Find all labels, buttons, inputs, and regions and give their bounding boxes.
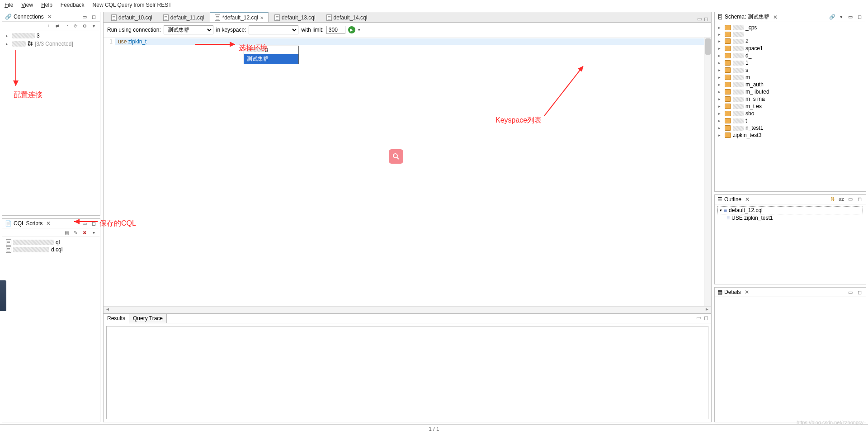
caret-icon[interactable]: ▸ xyxy=(718,25,723,30)
side-handle[interactable] xyxy=(0,280,6,311)
refresh-icon[interactable]: ⟳ xyxy=(72,23,79,29)
schema-keyspace-item[interactable]: ▸sbo xyxy=(717,110,863,117)
edit-script-icon[interactable]: ✎ xyxy=(72,229,79,236)
menu-view[interactable]: View xyxy=(21,2,33,8)
menu-help[interactable]: Help xyxy=(41,2,52,8)
minimize-icon[interactable]: ▭ xyxy=(847,14,854,21)
minimize-icon[interactable]: ▭ xyxy=(696,315,701,322)
schema-keyspace-item[interactable]: ▸n_test1 xyxy=(717,124,863,132)
caret-icon[interactable]: ▸ xyxy=(718,61,723,65)
schema-keyspace-item[interactable]: ▸m_s ma xyxy=(717,95,863,103)
minimize-icon[interactable]: ▭ xyxy=(81,220,88,227)
dropdown-option[interactable]: 3 xyxy=(244,46,298,54)
schema-keyspace-item[interactable]: ▸1 xyxy=(717,59,863,66)
schema-keyspace-item[interactable]: ▸ xyxy=(717,31,863,38)
keyspace-select[interactable] xyxy=(249,25,298,34)
caret-icon[interactable]: ▸ xyxy=(718,111,723,116)
caret-icon[interactable]: ▸ xyxy=(718,90,723,94)
filter-icon[interactable]: ⚙ xyxy=(81,23,88,29)
minimize-icon[interactable]: ▭ xyxy=(847,288,854,296)
caret-icon[interactable]: ▸ xyxy=(718,104,723,109)
maximize-icon[interactable]: ◻ xyxy=(704,16,708,22)
script-item[interactable]: ql xyxy=(5,239,97,246)
caret-icon[interactable]: ▸ xyxy=(718,126,723,130)
caret-icon[interactable]: ▸ xyxy=(718,118,723,123)
menu-file[interactable]: FFileile xyxy=(5,2,13,8)
query-trace-tab[interactable]: Query Trace xyxy=(129,314,167,323)
connect-icon[interactable]: ⇄ xyxy=(54,23,61,29)
menu-icon[interactable]: ▾ xyxy=(90,229,97,236)
floating-search-icon[interactable] xyxy=(389,149,403,164)
editor-tab[interactable]: default_11.cql xyxy=(158,13,209,22)
maximize-icon[interactable]: ◻ xyxy=(704,315,708,322)
outline-root[interactable]: ▾ ≡ default_12.cql xyxy=(717,206,863,214)
delete-script-icon[interactable]: ✖ xyxy=(81,229,88,236)
caret-icon[interactable]: ▸ xyxy=(718,39,723,43)
run-button[interactable]: ▶ xyxy=(348,26,355,33)
dropdown-option-selected[interactable]: 测试集群 xyxy=(244,54,298,64)
maximize-icon[interactable]: ◻ xyxy=(856,14,863,21)
menu-feedback[interactable]: Feedback xyxy=(61,2,85,8)
schema-keyspace-item[interactable]: ▸m_t es xyxy=(717,103,863,110)
close-icon[interactable]: ✕ xyxy=(745,289,749,295)
disconnect-icon[interactable]: ⇀ xyxy=(63,23,70,29)
close-icon[interactable]: ✕ xyxy=(260,15,264,20)
connection-select[interactable]: 测试集群 xyxy=(164,25,213,34)
caret-icon[interactable]: ▸ xyxy=(718,133,723,137)
schema-keyspace-item[interactable]: ▸s xyxy=(717,66,863,74)
schema-keyspace-item[interactable]: ▸space1 xyxy=(717,45,863,52)
schema-keyspace-item[interactable]: ▸2 xyxy=(717,38,863,45)
maximize-icon[interactable]: ◻ xyxy=(90,220,97,227)
horizontal-scrollbar[interactable] xyxy=(104,306,711,313)
editor-tab-active[interactable]: *default_12.cql✕ xyxy=(210,12,268,22)
caret-icon[interactable]: ▸ xyxy=(6,42,10,46)
caret-icon[interactable]: ▸ xyxy=(6,33,10,38)
maximize-icon[interactable]: ◻ xyxy=(856,196,863,203)
connection-item[interactable]: ▸ 群 [3/3 Connected] xyxy=(5,39,97,48)
schema-keyspace-item[interactable]: ▸d_ xyxy=(717,52,863,59)
add-connection-icon[interactable]: + xyxy=(45,23,52,29)
close-icon[interactable]: ✕ xyxy=(46,220,51,227)
caret-icon[interactable]: ▸ xyxy=(718,75,723,80)
caret-icon[interactable]: ▸ xyxy=(718,82,723,87)
script-item[interactable]: d.cql xyxy=(5,246,97,253)
schema-keyspace-item[interactable]: ▸zipkin_test3 xyxy=(717,132,863,139)
editor-tab[interactable]: default_13.cql xyxy=(269,13,321,22)
sort-icon[interactable]: ⇅ xyxy=(829,196,836,203)
new-script-icon[interactable]: ▤ xyxy=(63,229,70,236)
outline-child[interactable]: ≡ USE zipkin_test1 xyxy=(717,214,863,222)
minimize-icon[interactable]: ▭ xyxy=(847,196,854,203)
caret-down-icon[interactable]: ▾ xyxy=(720,208,722,213)
minimize-icon[interactable]: ▭ xyxy=(81,13,88,20)
caret-icon[interactable]: ▸ xyxy=(718,32,723,37)
connection-item[interactable]: ▸ 3 xyxy=(5,32,97,39)
maximize-icon[interactable]: ◻ xyxy=(856,288,863,296)
caret-icon[interactable]: ▸ xyxy=(718,68,723,72)
caret-icon[interactable]: ▸ xyxy=(718,53,723,58)
run-menu-caret-icon[interactable]: ▾ xyxy=(358,28,360,32)
editor-tab[interactable]: default_10.cql xyxy=(106,13,157,22)
editor-tab[interactable]: default_14.cql xyxy=(321,13,373,22)
minimize-icon[interactable]: ▭ xyxy=(697,16,702,22)
connection-dropdown[interactable]: 3 测试集群 xyxy=(244,46,299,64)
caret-icon[interactable]: ▸ xyxy=(718,46,723,51)
maximize-icon[interactable]: ◻ xyxy=(90,13,97,20)
az-icon[interactable]: aᴢ xyxy=(838,196,845,203)
limit-input[interactable] xyxy=(326,26,345,34)
link-icon[interactable]: 🔗 xyxy=(829,14,836,21)
schema-keyspace-item[interactable]: ▸_cps xyxy=(717,24,863,31)
schema-keyspace-item[interactable]: ▸t xyxy=(717,117,863,124)
schema-keyspace-item[interactable]: ▸m xyxy=(717,74,863,81)
schema-keyspace-item[interactable]: ▸m_ ibuted xyxy=(717,88,863,95)
vertical-scrollbar[interactable] xyxy=(704,38,711,306)
menu-new-cql[interactable]: New CQL Query from Solr REST xyxy=(93,2,172,8)
close-icon[interactable]: ✕ xyxy=(47,14,52,20)
close-icon[interactable]: ✕ xyxy=(745,196,750,203)
results-tab[interactable]: Results xyxy=(104,314,129,323)
menu-icon[interactable]: ▾ xyxy=(838,14,845,21)
schema-keyspace-item[interactable]: ▸m_auth xyxy=(717,81,863,88)
code-editor[interactable]: 1 use zipkin_t 3 测试集群 xyxy=(104,38,711,306)
collapse-icon[interactable]: ▾ xyxy=(90,23,97,29)
close-icon[interactable]: ✕ xyxy=(773,14,778,20)
caret-icon[interactable]: ▸ xyxy=(718,97,723,101)
